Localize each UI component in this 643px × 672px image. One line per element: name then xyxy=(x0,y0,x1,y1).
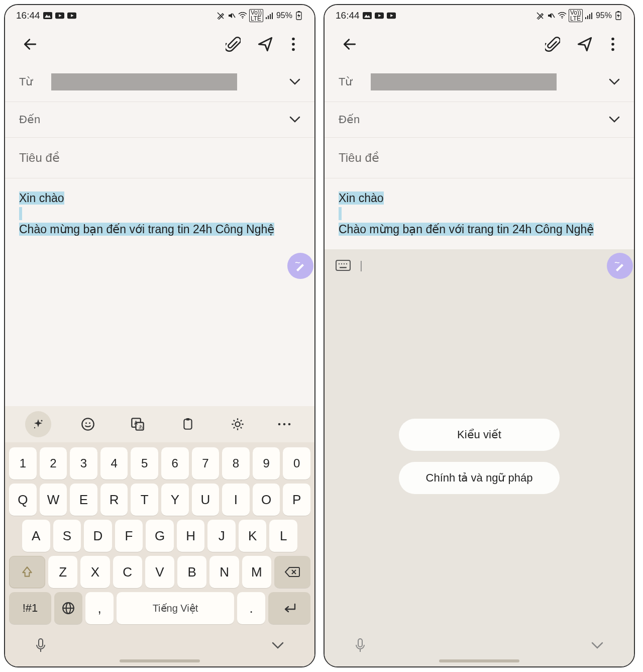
clipboard-icon[interactable] xyxy=(175,411,201,437)
svg-point-19 xyxy=(41,420,42,422)
key-y[interactable]: Y xyxy=(161,484,189,516)
key-a[interactable]: A xyxy=(22,520,50,552)
send-button[interactable] xyxy=(571,30,599,58)
backspace-key[interactable] xyxy=(274,556,310,588)
pen-helper-button[interactable] xyxy=(287,253,313,279)
key-m[interactable]: M xyxy=(242,556,271,588)
back-button[interactable] xyxy=(16,30,44,58)
chevron-down-icon[interactable] xyxy=(609,78,620,85)
enter-key[interactable] xyxy=(268,592,310,624)
svg-line-45 xyxy=(552,14,555,18)
more-icon[interactable] xyxy=(274,411,294,437)
key-b[interactable]: B xyxy=(177,556,206,588)
key-j[interactable]: J xyxy=(207,520,236,552)
svg-point-55 xyxy=(611,43,614,46)
key-9[interactable]: 9 xyxy=(253,447,280,479)
key-v[interactable]: V xyxy=(145,556,174,588)
key-x[interactable]: X xyxy=(80,556,110,588)
kb-collapse-icon[interactable] xyxy=(591,641,604,649)
to-label: Đến xyxy=(339,113,361,126)
send-button[interactable] xyxy=(251,30,279,58)
emoji-icon[interactable] xyxy=(75,411,101,437)
signal-icon xyxy=(585,11,594,20)
key-e[interactable]: E xyxy=(70,484,97,516)
key-s[interactable]: S xyxy=(53,520,81,552)
pen-helper-button[interactable] xyxy=(607,253,633,279)
from-row[interactable]: Từ xyxy=(5,62,314,102)
space-key[interactable]: Tiếng Việt xyxy=(117,592,234,624)
key-5[interactable]: 5 xyxy=(131,447,158,479)
kb-toolbar: Aあ xyxy=(5,406,314,442)
phone-right: 16:44 Vo))LTE 95% Từ Đến xyxy=(324,4,635,667)
key-8[interactable]: 8 xyxy=(222,447,250,479)
subject-placeholder[interactable]: Tiêu đề xyxy=(5,138,314,178)
key-g[interactable]: G xyxy=(146,520,174,552)
youtube-icon xyxy=(375,11,384,20)
back-button[interactable] xyxy=(336,30,364,58)
key-z[interactable]: Z xyxy=(48,556,77,588)
key-1[interactable]: 1 xyxy=(9,447,37,479)
compose-body[interactable]: Xin chào Chào mừng bạn đến với trang tin… xyxy=(325,178,634,249)
chevron-down-icon[interactable] xyxy=(289,116,300,123)
keyboard-icon[interactable] xyxy=(336,260,351,271)
mic-icon[interactable] xyxy=(35,638,46,653)
svg-rect-38 xyxy=(363,12,372,19)
svg-point-16 xyxy=(292,38,295,41)
status-bar: 16:44 Vo))LTE 95% xyxy=(325,5,634,26)
compose-body[interactable]: Xin chào Chào mừng bạn đến với trang tin… xyxy=(5,178,314,249)
key-3[interactable]: 3 xyxy=(70,447,97,479)
nav-handle[interactable] xyxy=(120,659,200,662)
suggest-option-2[interactable]: Chính tả và ngữ pháp xyxy=(399,462,560,494)
sparkle-icon[interactable] xyxy=(25,411,51,437)
period-key[interactable]: . xyxy=(237,592,265,624)
from-row[interactable]: Từ xyxy=(325,62,634,102)
key-q[interactable]: Q xyxy=(9,484,37,516)
svg-point-56 xyxy=(611,48,614,51)
shift-key[interactable] xyxy=(9,556,45,588)
key-d[interactable]: D xyxy=(84,520,112,552)
svg-rect-49 xyxy=(589,14,590,19)
attach-button[interactable] xyxy=(219,30,247,58)
attach-button[interactable] xyxy=(539,30,567,58)
key-l[interactable]: L xyxy=(269,520,297,552)
key-h[interactable]: H xyxy=(177,520,205,552)
key-2[interactable]: 2 xyxy=(40,447,67,479)
svg-point-18 xyxy=(292,48,295,51)
key-0[interactable]: 0 xyxy=(283,447,310,479)
overflow-menu-button[interactable] xyxy=(603,30,623,58)
key-w[interactable]: W xyxy=(40,484,67,516)
kb-collapse-icon[interactable] xyxy=(271,641,284,649)
key-4[interactable]: 4 xyxy=(100,447,128,479)
key-u[interactable]: U xyxy=(192,484,220,516)
key-i[interactable]: I xyxy=(222,484,250,516)
key-7[interactable]: 7 xyxy=(192,447,220,479)
globe-key[interactable] xyxy=(54,592,82,624)
key-p[interactable]: P xyxy=(283,484,310,516)
comma-key[interactable]: , xyxy=(85,592,114,624)
key-6[interactable]: 6 xyxy=(161,447,189,479)
svg-rect-50 xyxy=(591,13,592,19)
battery-percent: 95% xyxy=(276,11,292,20)
key-k[interactable]: K xyxy=(239,520,267,552)
key-o[interactable]: O xyxy=(253,484,280,516)
to-row[interactable]: Đến xyxy=(5,102,314,138)
key-f[interactable]: F xyxy=(115,520,143,552)
mic-icon[interactable] xyxy=(355,638,366,653)
key-c[interactable]: C xyxy=(113,556,142,588)
translate-icon[interactable]: Aあ xyxy=(125,411,151,437)
to-row[interactable]: Đến xyxy=(325,102,634,138)
status-time: 16:44 xyxy=(16,10,40,21)
svg-point-60 xyxy=(344,263,345,264)
overflow-menu-button[interactable] xyxy=(283,30,303,58)
chevron-down-icon[interactable] xyxy=(609,116,620,123)
subject-placeholder[interactable]: Tiêu đề xyxy=(325,138,634,178)
key-t[interactable]: T xyxy=(131,484,158,516)
key-r[interactable]: R xyxy=(100,484,128,516)
key-n[interactable]: N xyxy=(209,556,239,588)
chevron-down-icon[interactable] xyxy=(289,78,300,85)
svg-rect-0 xyxy=(43,12,52,19)
gear-icon[interactable] xyxy=(225,411,251,437)
nav-handle[interactable] xyxy=(439,659,519,662)
symbols-key[interactable]: !#1 xyxy=(9,592,51,624)
suggest-option-1[interactable]: Kiểu viết xyxy=(399,419,560,451)
